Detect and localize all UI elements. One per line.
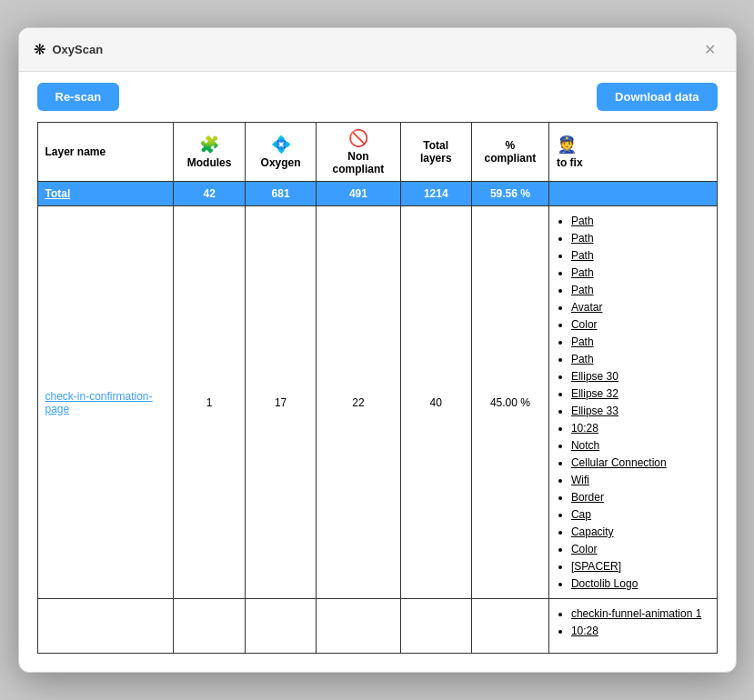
fix-item-link[interactable]: Doctolib Logo bbox=[571, 577, 638, 590]
total-oxygen: 681 bbox=[245, 182, 316, 206]
header-modules: 🧩 Modules bbox=[174, 123, 245, 182]
row-non-compliant: 22 bbox=[317, 206, 400, 599]
toolbar: Re-scan Download data bbox=[19, 72, 736, 122]
fix-item-link[interactable]: Notch bbox=[571, 439, 599, 452]
app-window: ❋ OxyScan ✕ Re-scan Download data Layer … bbox=[18, 27, 737, 673]
row-to-fix: checkin-funnel-animation 110:28 bbox=[548, 599, 717, 654]
fix-item-link[interactable]: Capacity bbox=[571, 525, 614, 538]
row-modules bbox=[174, 599, 245, 654]
fix-item-link[interactable]: Path bbox=[571, 249, 594, 262]
total-modules: 42 bbox=[174, 182, 245, 206]
fix-item-link[interactable]: Path bbox=[571, 284, 594, 296]
table-row: check-in-confirmation-page 1 17 22 40 45… bbox=[37, 206, 717, 599]
modules-icon: 🧩 bbox=[181, 135, 236, 155]
fix-item-link[interactable]: Path bbox=[571, 215, 594, 227]
table-row: checkin-funnel-animation 110:28 bbox=[37, 599, 717, 654]
row-layer-name: check-in-confirmation-page bbox=[37, 206, 174, 599]
data-table: Layer name 🧩 Modules 💠 Oxygen 🚫 Non comp… bbox=[37, 122, 718, 654]
row-compliant bbox=[471, 599, 548, 654]
table-header-row: Layer name 🧩 Modules 💠 Oxygen 🚫 Non comp… bbox=[37, 123, 717, 182]
header-oxygen: 💠 Oxygen bbox=[245, 123, 316, 182]
total-layer-link[interactable]: Total bbox=[45, 187, 71, 200]
header-to-fix: 👮 to fix bbox=[548, 123, 717, 182]
fix-item-link[interactable]: Cellular Connection bbox=[571, 456, 667, 469]
fix-item-link[interactable]: Border bbox=[571, 491, 604, 504]
fix-item-link[interactable]: Ellipse 32 bbox=[571, 387, 618, 400]
fix-item-link[interactable]: 10:28 bbox=[571, 625, 598, 637]
rescan-button[interactable]: Re-scan bbox=[37, 83, 120, 111]
row-oxygen bbox=[245, 599, 316, 654]
fix-item-link[interactable]: Path bbox=[571, 232, 594, 245]
row-compliant: 45.00 % bbox=[471, 206, 548, 599]
fix-item-link[interactable]: Avatar bbox=[571, 301, 602, 314]
total-total-layers: 1214 bbox=[400, 182, 471, 206]
fix-item-link[interactable]: Color bbox=[571, 318, 598, 331]
oxygen-icon: 💠 bbox=[253, 135, 308, 155]
row-total-layers bbox=[400, 599, 471, 654]
fix-item-link[interactable]: Ellipse 30 bbox=[571, 370, 618, 383]
download-button[interactable]: Download data bbox=[597, 83, 717, 111]
row-oxygen: 17 bbox=[245, 206, 316, 599]
title-bar: ❋ OxyScan ✕ bbox=[19, 28, 736, 72]
title-bar-left: ❋ OxyScan bbox=[34, 41, 104, 58]
header-layer-name: Layer name bbox=[37, 123, 174, 182]
fix-item-link[interactable]: Path bbox=[571, 335, 594, 348]
total-non-compliant: 491 bbox=[317, 182, 400, 206]
close-button[interactable]: ✕ bbox=[699, 39, 721, 60]
total-compliant: 59.56 % bbox=[471, 182, 548, 206]
header-non-compliant: 🚫 Non compliant bbox=[317, 123, 400, 182]
fix-item-link[interactable]: Path bbox=[571, 353, 594, 365]
total-row: Total 42 681 491 1214 59.56 % bbox=[37, 182, 717, 206]
fix-item-link[interactable]: Path bbox=[571, 266, 594, 279]
row-to-fix: PathPathPathPathPathAvatarColorPathPathE… bbox=[548, 206, 717, 599]
fix-item-link[interactable]: Wifi bbox=[571, 474, 589, 486]
total-layer-name: Total bbox=[37, 182, 174, 206]
header-compliant: % compliant bbox=[471, 123, 548, 182]
header-total-layers: Total layers bbox=[400, 123, 471, 182]
fix-item-link[interactable]: checkin-funnel-animation 1 bbox=[571, 607, 701, 620]
app-title: OxyScan bbox=[53, 43, 104, 56]
app-icon: ❋ bbox=[34, 41, 45, 58]
to-fix-icon: 👮 bbox=[557, 135, 709, 155]
row-total-layers: 40 bbox=[400, 206, 471, 599]
non-compliant-icon: 🚫 bbox=[324, 128, 392, 148]
fix-item-link[interactable]: Ellipse 33 bbox=[571, 405, 618, 417]
fix-item-link[interactable]: [SPACER] bbox=[571, 560, 621, 573]
total-to-fix bbox=[548, 182, 717, 206]
row-non-compliant bbox=[317, 599, 400, 654]
row-modules: 1 bbox=[174, 206, 245, 599]
table-container: Layer name 🧩 Modules 💠 Oxygen 🚫 Non comp… bbox=[19, 122, 736, 672]
fix-item-link[interactable]: Color bbox=[571, 543, 598, 555]
row-layer-name bbox=[37, 599, 174, 654]
layer-name-link[interactable]: check-in-confirmation-page bbox=[45, 390, 153, 415]
fix-item-link[interactable]: 10:28 bbox=[571, 422, 598, 435]
fix-item-link[interactable]: Cap bbox=[571, 508, 591, 521]
